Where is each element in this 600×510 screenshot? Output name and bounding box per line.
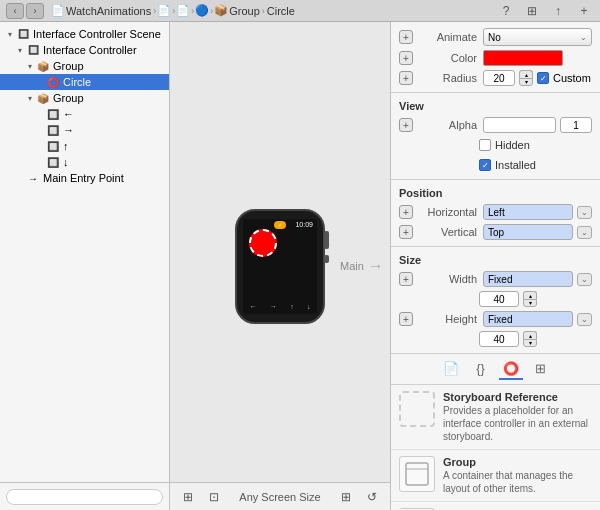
tree-item-right-arrow[interactable]: 🔲 →	[0, 122, 169, 138]
tree-item-left-arrow[interactable]: 🔲 ←	[0, 106, 169, 122]
radius-stepper: ▴ ▾	[519, 70, 533, 86]
installed-checkbox[interactable]: ✓	[479, 159, 491, 171]
tree-label-controller: Interface Controller	[43, 44, 137, 56]
tree-item-main-entry[interactable]: → Main Entry Point	[0, 170, 169, 186]
width-control: Fixed ⌄	[483, 271, 592, 287]
radius-input[interactable]: 20	[483, 70, 515, 86]
tree-label-circle: Circle	[63, 76, 91, 88]
storyboard-ref-desc: Provides a placeholder for an interface …	[443, 404, 592, 443]
height-num: 40	[493, 334, 504, 345]
radius-down-btn[interactable]: ▾	[519, 78, 533, 86]
width-number-input[interactable]: 40	[479, 291, 519, 307]
right-arrow-icon: 🔲	[46, 123, 60, 137]
tree-item-up-arrow[interactable]: 🔲 ↑	[0, 138, 169, 154]
horizontal-plus-btn[interactable]: +	[399, 205, 413, 219]
color-plus-btn[interactable]: +	[399, 51, 413, 65]
tree-item-circle[interactable]: ⭕ Circle	[0, 74, 169, 90]
animate-plus-btn[interactable]: +	[399, 30, 413, 44]
vertical-value: Top	[488, 227, 504, 238]
group-component-icon	[399, 456, 435, 492]
right-panel: + Animate No ⌄ + Color + Radius	[390, 22, 600, 510]
tree-item-scene[interactable]: 🔲 Interface Controller Scene	[0, 26, 169, 42]
watch-ctrl-left: ←	[250, 303, 257, 310]
horizontal-control: Left ⌄	[483, 204, 592, 220]
up-arrow-icon: 🔲	[46, 139, 60, 153]
component-group: Group A container that manages the layou…	[391, 450, 600, 502]
watch-circle-element	[249, 229, 277, 257]
add-button[interactable]: +	[574, 2, 594, 20]
watch-ctrl-down: ↓	[307, 303, 311, 310]
tree-arrow-circle	[34, 76, 46, 88]
center-bottom-right: ⊞ ↺	[336, 488, 382, 506]
upload-button[interactable]: ↑	[548, 2, 568, 20]
radius-row: + Radius 20 ▴ ▾ ✓ Custom	[391, 68, 600, 88]
storyboard-ref-icon	[399, 391, 435, 427]
breadcrumb-item-group[interactable]: 📦 Group	[215, 5, 260, 17]
breadcrumb-item-3[interactable]: 📄	[177, 5, 189, 17]
width-down-btn[interactable]: ▾	[523, 299, 537, 307]
animate-dropdown[interactable]: No ⌄	[483, 28, 592, 46]
height-up-btn[interactable]: ▴	[523, 331, 537, 339]
inspector-toggle[interactable]: ⊞	[522, 2, 542, 20]
height-stepper: ▴ ▾	[523, 331, 537, 347]
hidden-checkbox[interactable]	[479, 139, 491, 151]
width-plus-btn[interactable]: +	[399, 272, 413, 286]
tab-attributes[interactable]: ⭕	[499, 358, 523, 380]
breadcrumb-item-circle-icon[interactable]: 🔵	[196, 5, 208, 17]
color-swatch[interactable]	[483, 50, 563, 66]
horizontal-dropdown-arrow: ⌄	[577, 206, 592, 219]
horizontal-input[interactable]: Left	[483, 204, 573, 220]
width-input[interactable]: Fixed	[483, 271, 573, 287]
vertical-input[interactable]: Top	[483, 224, 573, 240]
inspector-tabs: 📄 {} ⭕ ⊞	[391, 354, 600, 385]
hidden-label: Hidden	[495, 139, 530, 151]
breadcrumb-item-file[interactable]: 📄 WatchAnimations	[52, 5, 151, 17]
height-down-btn[interactable]: ▾	[523, 339, 537, 347]
tree-item-down-arrow[interactable]: 🔲 ↓	[0, 154, 169, 170]
vertical-control: Top ⌄	[483, 224, 592, 240]
height-number-input[interactable]: 40	[479, 331, 519, 347]
watch-ctrl-right: →	[270, 303, 277, 310]
device-view-button[interactable]: ⊡	[204, 488, 224, 506]
breadcrumb-item-circle[interactable]: Circle	[267, 5, 295, 17]
custom-checkbox[interactable]: ✓	[537, 72, 549, 84]
vertical-plus-btn[interactable]: +	[399, 225, 413, 239]
radius-plus-btn[interactable]: +	[399, 71, 413, 85]
nav-forward-button[interactable]: ›	[26, 3, 44, 19]
breadcrumb-item-2[interactable]: 📄	[158, 5, 170, 17]
horizontal-value: Left	[488, 207, 505, 218]
height-plus-btn[interactable]: +	[399, 312, 413, 326]
tree-arrow-group1	[24, 60, 36, 72]
radius-up-btn[interactable]: ▴	[519, 70, 533, 78]
tab-code[interactable]: {}	[469, 358, 493, 380]
tree-label-right-arrow: →	[63, 124, 74, 136]
vertical-dropdown-arrow: ⌄	[577, 226, 592, 239]
tree-item-controller[interactable]: 🔲 Interface Controller	[0, 42, 169, 58]
height-num-row: 40 ▴ ▾	[391, 329, 600, 349]
help-button[interactable]: ?	[496, 2, 516, 20]
scene-icon: 🔲	[16, 27, 30, 41]
alpha-slider[interactable]	[483, 117, 556, 133]
nav-back-button[interactable]: ‹	[6, 3, 24, 19]
main-entry-icon: →	[26, 171, 40, 185]
zoom-button[interactable]: ⊞	[336, 488, 356, 506]
animate-value: No	[488, 32, 501, 43]
search-input[interactable]	[6, 489, 163, 505]
width-up-btn[interactable]: ▴	[523, 291, 537, 299]
tree-item-group2[interactable]: 📦 Group	[0, 90, 169, 106]
tab-file[interactable]: 📄	[439, 358, 463, 380]
left-panel-bottom	[0, 482, 169, 510]
down-arrow-icon: 🔲	[46, 155, 60, 169]
alpha-value[interactable]: 1	[560, 117, 592, 133]
alpha-plus-btn[interactable]: +	[399, 118, 413, 132]
group-icon: 📦	[215, 5, 227, 17]
circle-tree-icon: ⭕	[46, 75, 60, 89]
alpha-label: Alpha	[417, 119, 477, 131]
grid-view-button[interactable]: ⊞	[178, 488, 198, 506]
height-input[interactable]: Fixed	[483, 311, 573, 327]
tab-size[interactable]: ⊞	[529, 358, 553, 380]
watch-controls: ← → ↑ ↓	[243, 303, 317, 310]
refresh-button[interactable]: ↺	[362, 488, 382, 506]
tree-item-group1[interactable]: 📦 Group	[0, 58, 169, 74]
installed-row: ✓ Installed	[391, 155, 600, 175]
